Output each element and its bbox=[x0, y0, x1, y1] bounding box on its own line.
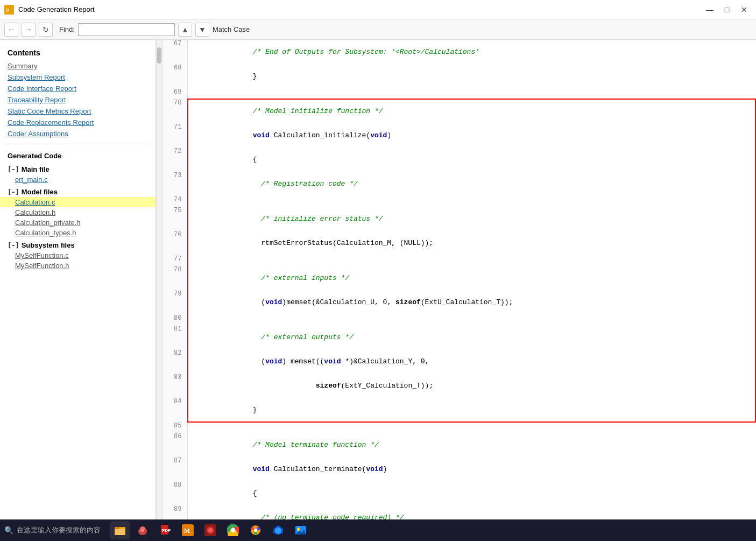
sidebar-item-code-interface-report[interactable]: Code Interface Report bbox=[0, 83, 156, 94]
taskbar-app8[interactable] bbox=[269, 521, 288, 539]
line-code-71: void Calculation_initialize(void) bbox=[187, 123, 756, 147]
taskbar-app5[interactable] bbox=[201, 521, 220, 539]
svg-text:PDF: PDF bbox=[162, 528, 171, 533]
sidebar-item-subsystem-report[interactable]: Subsystem Report bbox=[0, 72, 156, 83]
sidebar: Contents Summary Subsystem Report Code I… bbox=[0, 40, 156, 519]
code-line-88: 88 { bbox=[162, 481, 756, 505]
code-content-79a: ( bbox=[253, 298, 265, 306]
line-num-84: 84 bbox=[162, 398, 187, 422]
forward-button[interactable]: → bbox=[22, 23, 36, 37]
kw-sizeof-83: sizeof bbox=[316, 382, 341, 390]
find-input[interactable] bbox=[78, 23, 175, 36]
code-content-87: Calculation_terminate( bbox=[270, 465, 366, 473]
line-code-72: { bbox=[187, 147, 756, 172]
main-file-toggle[interactable]: [-] bbox=[8, 166, 19, 173]
code-content-83b: (ExtY_Calculation_T)); bbox=[341, 382, 434, 390]
find-label: Find: bbox=[59, 25, 75, 33]
code-line-83: 83 sizeof(ExtY_Calculation_T)); bbox=[162, 374, 756, 398]
line-num-68: 68 bbox=[162, 64, 187, 88]
taskbar-photos[interactable] bbox=[291, 521, 310, 539]
title-bar: ⚙ Code Generation Report — □ ✕ bbox=[0, 0, 756, 19]
line-num-75: 75 bbox=[162, 207, 187, 231]
code-content-81: /* external outputs */ bbox=[253, 333, 354, 341]
code-content-73: /* Registration code */ bbox=[253, 180, 358, 188]
code-content-71: Calculation_initialize( bbox=[270, 131, 370, 139]
taskbar-pdf-reader[interactable]: PDF bbox=[156, 521, 175, 539]
code-line-72: 72 { bbox=[162, 147, 756, 172]
code-line-79: 79 (void)memset(&Calculation_U, 0, sizeo… bbox=[162, 290, 756, 314]
line-code-70: /* Model initialize function */ bbox=[187, 99, 756, 123]
maximize-button[interactable]: □ bbox=[719, 2, 734, 17]
sidebar-item-coder-assumptions[interactable]: Coder Assumptions bbox=[0, 128, 156, 139]
taskbar-search-text[interactable]: 在这里输入你要搜索的内容 bbox=[17, 525, 101, 535]
sidebar-item-traceability-report[interactable]: Traceability Report bbox=[0, 94, 156, 106]
subsystem-files-label: Subsystem files bbox=[22, 241, 75, 249]
svg-point-20 bbox=[257, 527, 260, 530]
model-files-label: Model files bbox=[22, 188, 58, 196]
main-area: Contents Summary Subsystem Report Code I… bbox=[0, 40, 756, 519]
line-code-79: (void)memset(&Calculation_U, 0, sizeof(E… bbox=[187, 290, 756, 314]
code-content-67: /* End of Outputs for Subsystem: '<Root>… bbox=[253, 48, 479, 56]
generated-code-title: Generated Code bbox=[0, 149, 156, 163]
code-line-80: 80 bbox=[162, 314, 756, 325]
svg-text:✂: ✂ bbox=[140, 529, 144, 533]
code-line-85: 85 bbox=[162, 422, 756, 433]
code-line-75: 75 /* initialize error status */ bbox=[162, 207, 756, 231]
file-myselffunction-c[interactable]: MySelfFunction.c bbox=[0, 250, 156, 261]
kw-void-82: void bbox=[265, 357, 282, 366]
code-line-84: 84 } bbox=[162, 398, 756, 422]
code-line-76: 76 rtmSetErrorStatus(Calculation_M, (NUL… bbox=[162, 231, 756, 255]
taskbar-file-manager[interactable] bbox=[110, 521, 130, 539]
code-line-87: 87 void Calculation_terminate(void) bbox=[162, 457, 756, 481]
model-files-toggle[interactable]: [-] bbox=[8, 188, 19, 196]
refresh-button[interactable]: ↻ bbox=[39, 23, 53, 37]
svg-point-26 bbox=[297, 528, 300, 531]
line-code-75: /* initialize error status */ bbox=[187, 207, 756, 231]
minimize-button[interactable]: — bbox=[702, 2, 717, 17]
code-scroll[interactable]: 67 /* End of Outputs for Subsystem: '<Ro… bbox=[162, 40, 756, 519]
sidebar-scroll-thumb bbox=[157, 47, 161, 64]
line-code-68: } bbox=[187, 64, 756, 88]
file-myselffunction-h[interactable]: MySelfFunction.h bbox=[0, 261, 156, 271]
code-content-83a bbox=[253, 382, 316, 390]
taskbar-search: 🔍 在这里输入你要搜索的内容 bbox=[4, 525, 101, 535]
file-ert-main-c[interactable]: ert_main.c bbox=[0, 174, 156, 185]
line-code-82: (void) memset((void *)&Calculation_Y, 0, bbox=[187, 349, 756, 374]
file-calculation-types-h[interactable]: Calculation_types.h bbox=[0, 228, 156, 238]
back-button[interactable]: ← bbox=[4, 23, 18, 37]
main-file-section: [-] Main file ert_main.c bbox=[0, 163, 156, 186]
close-button[interactable]: ✕ bbox=[737, 2, 752, 17]
find-up-button[interactable]: ▲ bbox=[178, 23, 192, 37]
svg-point-22 bbox=[254, 529, 257, 532]
subsystem-files-toggle[interactable]: [-] bbox=[8, 242, 19, 249]
kw-void-82b: void bbox=[324, 357, 341, 366]
file-calculation-h[interactable]: Calculation.h bbox=[0, 207, 156, 217]
code-content-78: /* external inputs */ bbox=[253, 274, 349, 282]
svg-point-19 bbox=[251, 527, 255, 530]
kw-void-79: void bbox=[265, 298, 282, 306]
taskbar: 🔍 在这里输入你要搜索的内容 ✂ PDF M bbox=[0, 519, 756, 541]
taskbar-graphics[interactable]: ✂ bbox=[133, 521, 152, 539]
line-num-79: 79 bbox=[162, 290, 187, 314]
line-num-71: 71 bbox=[162, 123, 187, 147]
sidebar-item-summary[interactable]: Summary bbox=[0, 60, 156, 72]
sidebar-item-code-replacements-report[interactable]: Code Replacements Report bbox=[0, 117, 156, 128]
keyword-void-71b: void bbox=[370, 131, 387, 139]
code-line-74: 74 bbox=[162, 196, 756, 207]
file-calculation-private-h[interactable]: Calculation_private.h bbox=[0, 217, 156, 228]
line-code-76: rtmSetErrorStatus(Calculation_M, (NULL))… bbox=[187, 231, 756, 255]
taskbar-paint[interactable] bbox=[246, 521, 265, 539]
find-down-button[interactable]: ▼ bbox=[195, 23, 209, 37]
line-code-83: sizeof(ExtY_Calculation_T)); bbox=[187, 374, 756, 398]
sidebar-item-static-code-metrics[interactable]: Static Code Metrics Report bbox=[0, 106, 156, 117]
taskbar-chrome[interactable] bbox=[223, 521, 243, 539]
line-num-87: 87 bbox=[162, 457, 187, 481]
code-line-86: 86 /* Model terminate function */ bbox=[162, 433, 756, 457]
taskbar-matlab[interactable]: M bbox=[178, 521, 197, 539]
sidebar-scrollbar[interactable] bbox=[156, 40, 162, 519]
code-line-70: 70 /* Model initialize function */ bbox=[162, 99, 756, 123]
file-calculation-c[interactable]: Calculation.c bbox=[0, 197, 156, 207]
line-code-77 bbox=[187, 255, 756, 266]
code-content-68: } bbox=[253, 72, 257, 80]
code-paren-87: ) bbox=[383, 465, 387, 473]
